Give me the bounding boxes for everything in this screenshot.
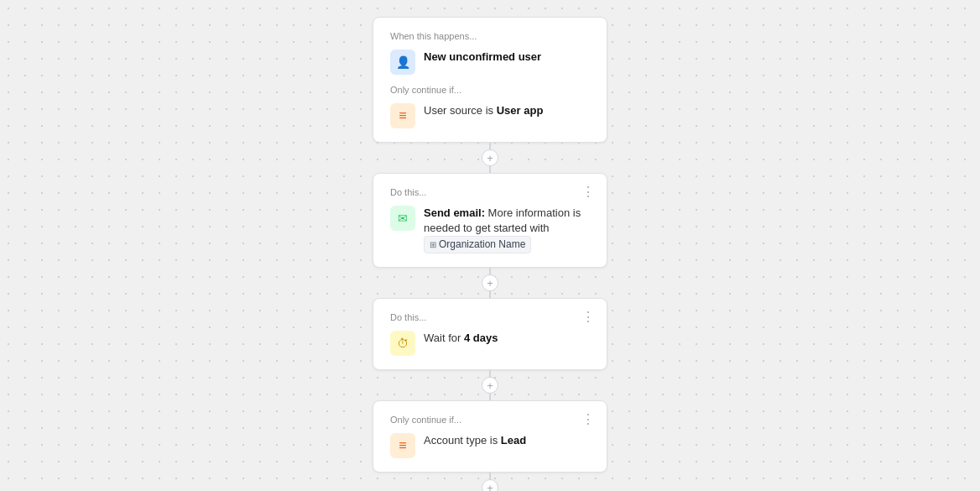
- send-email-1-row: ✉ Send email: More information is needed…: [390, 206, 590, 253]
- trigger-header: When this happens...: [390, 31, 590, 41]
- card-menu-button-1[interactable]: ⋮: [581, 185, 595, 199]
- connector-line-1: [489, 143, 491, 149]
- condition-card: ⋮ Only continue if... ≡ Account type is …: [373, 400, 607, 473]
- wait-content: Wait for 4 days: [424, 331, 590, 346]
- condition-content-2: Account type is Lead: [424, 433, 590, 448]
- connector-line-1b: [489, 166, 491, 173]
- send-email-label-1: Send email:: [424, 206, 485, 219]
- connector-4: +: [482, 473, 498, 491]
- condition-header: Only continue if...: [390, 85, 590, 95]
- send-email-1-card: ⋮ Do this... ✉ Send email: More informat…: [373, 173, 607, 268]
- org-name-label-1: Organization Name: [439, 238, 525, 252]
- add-step-button-4[interactable]: +: [482, 479, 498, 491]
- condition-row-2: ≡ Account type is Lead: [390, 433, 590, 458]
- connector-1: +: [482, 143, 498, 173]
- user-source-label: User source: [424, 104, 482, 117]
- add-step-button-2[interactable]: +: [482, 274, 498, 291]
- trigger-row: 👤 New unconfirmed user: [390, 50, 590, 75]
- send-email-1-content: Send email: More information is needed t…: [424, 206, 590, 253]
- wait-card: ⋮ Do this... ⏱ Wait for 4 days: [373, 298, 607, 370]
- trigger-card: When this happens... 👤 New unconfirmed u…: [373, 17, 607, 143]
- org-name-tag-1: ⊞ Organization Name: [424, 236, 531, 253]
- card-menu-button-3[interactable]: ⋮: [581, 413, 595, 426]
- connector-line-3b: [489, 394, 491, 400]
- trigger-content: New unconfirmed user: [424, 50, 590, 65]
- condition-is: is: [490, 434, 501, 447]
- wait-row: ⏱ Wait for 4 days: [390, 331, 590, 356]
- user-app-label: User app: [497, 104, 544, 117]
- user-icon: 👤: [390, 50, 415, 75]
- timer-icon: ⏱: [390, 331, 415, 356]
- email-icon-1: ✉: [390, 206, 415, 231]
- action-header-1: Do this...: [390, 187, 590, 197]
- add-step-button-3[interactable]: +: [482, 377, 498, 394]
- filter-icon: ≡: [390, 103, 415, 128]
- card-menu-button-2[interactable]: ⋮: [581, 311, 595, 324]
- trigger-title: New unconfirmed user: [424, 50, 541, 63]
- condition-content: User source is User app: [424, 103, 590, 118]
- lead-value: Lead: [501, 434, 526, 447]
- condition-row: ≡ User source is User app: [390, 103, 590, 128]
- wait-value: 4 days: [464, 332, 498, 344]
- connector-line-2b: [489, 291, 491, 298]
- connector-line-4: [489, 473, 491, 479]
- connector-line-2: [489, 268, 491, 274]
- wait-label: Wait for: [424, 332, 464, 344]
- tag-icon-1: ⊞: [430, 239, 436, 251]
- filter-icon-2: ≡: [390, 433, 415, 458]
- connector-2: +: [482, 268, 498, 298]
- flow-container: When this happens... 👤 New unconfirmed u…: [0, 17, 980, 491]
- connector-line-3: [489, 370, 491, 377]
- connector-3: +: [482, 370, 498, 400]
- is-label: is: [486, 104, 497, 117]
- account-type-label: Account type: [424, 434, 487, 447]
- action-header-2: Do this...: [390, 312, 590, 322]
- add-step-button-1[interactable]: +: [482, 149, 498, 166]
- only-continue-header: Only continue if...: [390, 415, 590, 425]
